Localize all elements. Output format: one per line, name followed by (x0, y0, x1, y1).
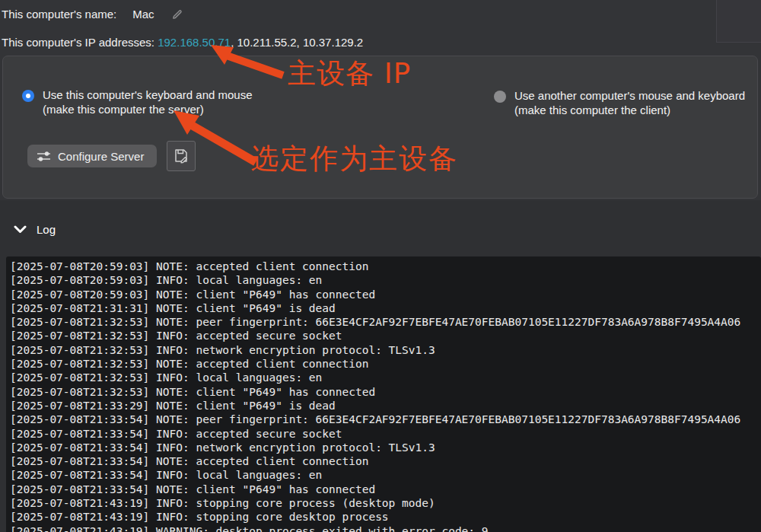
top-right-panel-fragment (716, 0, 761, 43)
edit-name-button[interactable] (172, 8, 184, 21)
log-line: [2025-07-08T21:32:53] INFO: network encr… (10, 343, 761, 357)
log-line: [2025-07-08T20:59:03] NOTE: client "P649… (10, 288, 761, 301)
other-ip-addresses: , 10.211.55.2, 10.37.129.2 (231, 36, 363, 49)
ip-addresses-label: This computer's IP addresses: (2, 36, 158, 49)
computer-name-row: This computer's name: Mac (2, 8, 184, 21)
log-line: [2025-07-08T21:32:53] INFO: accepted sec… (10, 329, 761, 342)
client-mode-label: Use another computer's mouse and keyboar… (514, 88, 745, 117)
log-line: [2025-07-08T21:33:29] NOTE: client "P649… (10, 399, 761, 413)
computer-name-value: Mac (132, 8, 154, 21)
mode-groupbox: Use this computer's keyboard and mouse (… (2, 56, 758, 199)
server-mode-label-line1: Use this computer's keyboard and mouse (43, 88, 253, 101)
log-line: [2025-07-08T21:32:53] INFO: local langua… (10, 371, 761, 384)
log-line: [2025-07-08T21:32:53] NOTE: peer fingerp… (10, 315, 761, 329)
server-mode-radio[interactable] (22, 90, 34, 102)
log-line: [2025-07-08T21:43:19] INFO: stopping cor… (10, 510, 761, 524)
log-line: [2025-07-08T21:33:54] NOTE: client "P649… (10, 483, 761, 496)
log-line: [2025-07-08T21:32:53] NOTE: client "P649… (10, 385, 761, 399)
log-line: [2025-07-08T21:33:54] INFO: network encr… (10, 441, 761, 454)
log-line: [2025-07-08T21:32:53] NOTE: accepted cli… (10, 357, 761, 371)
server-mode-label: Use this computer's keyboard and mouse (… (43, 88, 253, 116)
sliders-icon (37, 151, 51, 162)
log-collapse-header[interactable]: Log (14, 223, 56, 236)
client-mode-radio[interactable] (494, 91, 506, 103)
log-line: [2025-07-08T21:33:54] INFO: accepted sec… (10, 427, 761, 441)
computer-name-label: This computer's name: (2, 8, 116, 21)
log-line: [2025-07-08T21:33:54] NOTE: accepted cli… (10, 454, 761, 468)
client-mode-option: Use another computer's mouse and keyboar… (494, 88, 745, 117)
app-window: This computer's name: Mac This computer'… (0, 0, 761, 532)
ip-addresses-row: This computer's IP addresses: 192.168.50… (2, 36, 363, 49)
primary-ip-link[interactable]: 192.168.50.71 (158, 36, 231, 49)
chevron-down-icon (14, 225, 27, 234)
log-line: [2025-07-08T21:43:19] INFO: stopping cor… (10, 496, 761, 510)
log-line: [2025-07-08T21:33:54] NOTE: peer fingerp… (10, 413, 761, 426)
log-output[interactable]: [2025-07-08T20:59:03] NOTE: accepted cli… (6, 256, 761, 532)
log-line: [2025-07-08T21:33:54] INFO: local langua… (10, 468, 761, 482)
configure-server-label: Configure Server (58, 150, 144, 163)
log-line: [2025-07-08T20:59:03] INFO: local langua… (10, 273, 761, 287)
pencil-icon (172, 8, 183, 20)
client-mode-label-line1: Use another computer's mouse and keyboar… (514, 89, 745, 102)
server-mode-label-line2: (make this computer the server) (43, 103, 204, 116)
configure-server-button[interactable]: Configure Server (27, 145, 157, 167)
server-mode-option: Use this computer's keyboard and mouse (… (22, 88, 253, 116)
log-line: [2025-07-08T20:59:03] NOTE: accepted cli… (10, 260, 761, 273)
floppy-pencil-icon (173, 148, 189, 164)
client-mode-label-line2: (make this computer the client) (514, 104, 670, 116)
log-line: [2025-07-08T21:31:31] NOTE: client "P649… (10, 301, 761, 315)
save-server-config-button[interactable] (167, 141, 196, 171)
log-header-label: Log (37, 223, 56, 236)
log-line: [2025-07-08T21:43:19] WARNING: desktop p… (10, 524, 761, 532)
